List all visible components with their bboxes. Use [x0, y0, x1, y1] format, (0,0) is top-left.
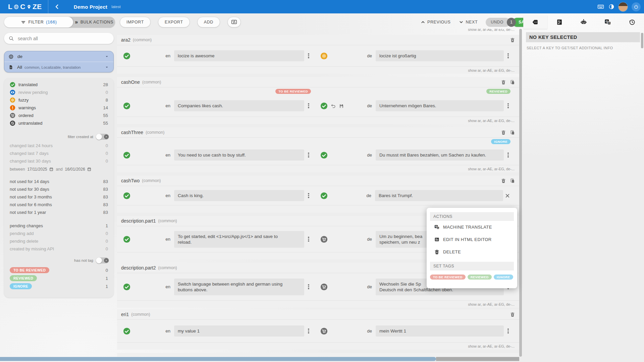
date-from-picker[interactable]: 17/11/2025: [27, 167, 53, 172]
filter-pending-delete[interactable]: pending delete0: [4, 237, 114, 245]
row-menu-button[interactable]: [506, 102, 511, 110]
language-select[interactable]: de: [4, 51, 113, 62]
filter-changed-7d[interactable]: changed last 7 days0: [4, 149, 114, 157]
previous-button[interactable]: PREVIOUS: [420, 19, 450, 25]
filter-created-missing-api[interactable]: created by missing API0: [4, 245, 114, 253]
row-menu-button[interactable]: [306, 235, 311, 243]
filter-untranslated[interactable]: untranslated55: [4, 119, 114, 127]
filter-changed-24h[interactable]: changed last 24 hours0: [4, 142, 114, 149]
translation-input-de[interactable]: Bares ist Trumpf.: [375, 190, 503, 201]
tab-context[interactable]: [547, 15, 572, 29]
tab-automation[interactable]: [572, 15, 596, 29]
translation-input-en[interactable]: To get started, edit <1>src/App.js</1> a…: [174, 231, 304, 248]
show-more-languages-link[interactable]: show ar, ar-AE, ar-EG, de-...: [117, 66, 519, 74]
next-button[interactable]: NEXT: [459, 19, 478, 25]
menu-item-edit-html-editor[interactable]: EDIT IN HTML EDITOR: [427, 233, 517, 246]
filter-fuzzy[interactable]: fuzzy8: [4, 96, 114, 104]
filter-not-used-30d[interactable]: not used for 30 days83: [4, 185, 114, 193]
translation-input-de[interactable]: locize ist großartig: [376, 50, 504, 61]
undo-button[interactable]: UNDO: [486, 18, 510, 27]
namespace-select[interactable]: All common, Localizable, translation: [4, 62, 113, 72]
filter-changed-30d[interactable]: changed last 30 days0: [4, 157, 114, 165]
status-translated-icon[interactable]: [123, 152, 130, 159]
status-translated-icon[interactable]: [123, 52, 130, 60]
row-menu-button[interactable]: [506, 151, 511, 159]
set-tag-to-be-reviewed[interactable]: TO BE REVIEWED: [430, 275, 466, 280]
status-fuzzy-icon[interactable]: [320, 52, 328, 60]
status-translated-icon[interactable]: [320, 152, 328, 159]
filter-ordered[interactable]: ordered55: [4, 112, 114, 119]
filter-review-pending[interactable]: review pending0: [4, 88, 114, 96]
translation-input-en[interactable]: Companies likes cash.: [174, 100, 304, 111]
filter-not-used-1y[interactable]: not used for 1 year83: [4, 208, 114, 216]
show-more-languages-link[interactable]: show ar, ar-AE, ar-EG, de-...: [117, 342, 519, 350]
export-button[interactable]: EXPORT: [158, 17, 190, 27]
translation-input-en[interactable]: Switch language between english and germ…: [174, 279, 304, 295]
import-button[interactable]: IMPORT: [120, 17, 151, 27]
status-translated-icon[interactable]: [123, 283, 130, 291]
close-menu-icon[interactable]: [504, 193, 511, 199]
set-tag-reviewed[interactable]: REVIEWED: [468, 275, 492, 280]
copy-key-icon[interactable]: [510, 178, 515, 183]
project-version[interactable]: latest: [111, 5, 121, 9]
filter-translated[interactable]: translated28: [4, 81, 114, 88]
delete-key-icon[interactable]: [501, 178, 506, 183]
translation-input-de[interactable]: Unternehmen mögen Bares.: [376, 100, 504, 111]
menu-item-delete[interactable]: DELETE: [427, 246, 517, 258]
translation-input-en[interactable]: Cash is king.: [174, 190, 304, 201]
status-translated-icon[interactable]: [123, 236, 130, 243]
search-input[interactable]: [17, 36, 102, 42]
copy-key-icon[interactable]: [510, 130, 515, 135]
filter-tag-to-be-reviewed[interactable]: TO BE REVIEWED0: [4, 266, 114, 274]
review-mode-button[interactable]: [227, 17, 241, 27]
set-tag-ignore[interactable]: IGNORE: [494, 275, 513, 280]
delete-key-icon[interactable]: [510, 312, 515, 317]
filter-warnings[interactable]: warnings14: [4, 104, 114, 112]
tab-machine-translation[interactable]: [596, 15, 620, 29]
filter-not-used-14d[interactable]: not used for 14 days83: [4, 178, 114, 185]
show-more-languages-link[interactable]: show ar, ar-AE, ar-EG, de-...: [117, 165, 519, 172]
status-ordered-icon[interactable]: [320, 236, 328, 243]
save-segment-icon[interactable]: [339, 103, 344, 109]
status-translated-icon[interactable]: [123, 102, 130, 110]
theme-contrast-button[interactable]: [608, 4, 614, 10]
right-panel-scrollbar[interactable]: [641, 33, 643, 48]
row-menu-button[interactable]: [506, 52, 511, 60]
show-more-languages-link[interactable]: show ar, ar-AE, ar-EG, de-...: [117, 117, 519, 124]
menu-item-machine-translate[interactable]: MACHINE TRANSLATE: [427, 221, 517, 233]
delete-key-icon[interactable]: [501, 130, 506, 135]
status-ordered-icon[interactable]: [320, 283, 328, 291]
tab-history[interactable]: [620, 15, 644, 29]
horizontal-scrollbar-thumb[interactable]: [0, 357, 436, 361]
show-more-languages-link[interactable]: show ar, ar-AE, ar-EG, de-...: [117, 29, 515, 32]
translation-input-en[interactable]: locize is awesome: [174, 50, 304, 61]
filter-created-at-toggle[interactable]: [96, 134, 109, 140]
tab-key-extras[interactable]: [523, 15, 547, 29]
copy-key-icon[interactable]: [510, 79, 515, 85]
translation-input-en[interactable]: You need to use cash to buy stuff.: [174, 149, 304, 161]
date-to-picker[interactable]: 16/01/2026: [65, 167, 92, 172]
status-translated-icon[interactable]: [320, 102, 328, 110]
row-menu-button[interactable]: [306, 191, 311, 200]
filter-not-used-3m[interactable]: not used for 3 months83: [4, 193, 114, 201]
translation-input-de[interactable]: mein Werttt 1: [376, 325, 504, 337]
filter-not-used-6m[interactable]: not used for 6 months83: [4, 201, 114, 208]
status-ordered-icon[interactable]: [320, 327, 328, 335]
show-more-languages-link[interactable]: show ar, ar-AE, ar-EG, de-...: [117, 300, 519, 308]
filter-tag-reviewed[interactable]: REVIEWED1: [4, 274, 114, 282]
has-not-tag-toggle[interactable]: [96, 257, 109, 263]
main-vertical-scrollbar[interactable]: [519, 29, 522, 357]
delete-key-icon[interactable]: [501, 79, 506, 85]
revert-change-icon[interactable]: [331, 103, 336, 109]
filter-pending-add[interactable]: pending add0: [4, 230, 114, 237]
horizontal-scrollbar[interactable]: [0, 357, 644, 361]
back-button[interactable]: [54, 3, 60, 10]
status-translated-icon[interactable]: [320, 192, 328, 199]
add-key-button[interactable]: ADD: [197, 17, 220, 27]
bulk-actions-button[interactable]: » BULK ACTIONS: [73, 17, 115, 27]
status-translated-icon[interactable]: [123, 192, 130, 199]
filter-tag-ignore[interactable]: IGNORE1: [4, 282, 114, 290]
filter-button[interactable]: FILTER (166): [4, 17, 73, 27]
logout-button[interactable]: [632, 2, 641, 11]
status-translated-icon[interactable]: [123, 327, 130, 335]
